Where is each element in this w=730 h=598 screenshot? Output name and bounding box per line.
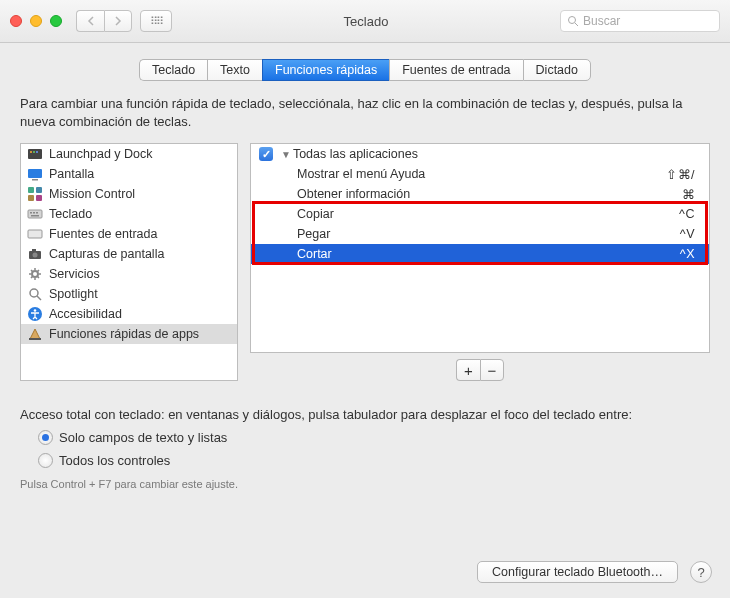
disclosure-triangle-icon[interactable]: ▼	[281, 149, 291, 160]
tab-dictado[interactable]: Dictado	[523, 59, 591, 81]
svg-rect-9	[36, 187, 42, 193]
svg-line-23	[37, 296, 41, 300]
shortcut-row[interactable]: Pegar^V	[251, 224, 709, 244]
shortcut-name: Obtener información	[281, 187, 682, 201]
svg-point-21	[32, 271, 38, 277]
gear-icon	[27, 266, 43, 282]
configure-bluetooth-keyboard-button[interactable]: Configurar teclado Bluetooth…	[477, 561, 678, 583]
help-button[interactable]: ?	[690, 561, 712, 583]
show-all-prefs-button[interactable]: ⠿⠿	[140, 10, 172, 32]
svg-rect-17	[28, 230, 42, 238]
instructions-text: Para cambiar una función rápida de tecla…	[20, 95, 710, 131]
shortcut-row[interactable]: Mostrar el menú Ayuda⇧⌘/	[251, 164, 709, 184]
shortcut-keys[interactable]: ^C	[679, 207, 699, 221]
tab-teclado[interactable]: Teclado	[139, 59, 207, 81]
sidebar-item-appshortcut[interactable]: Funciones rápidas de apps	[21, 324, 237, 344]
sidebar-item-label: Capturas de pantalla	[49, 247, 164, 261]
tab-funciones-rápidas[interactable]: Funciones rápidas	[262, 59, 389, 81]
svg-rect-16	[31, 215, 39, 217]
sidebar-item-keyboard[interactable]: Teclado	[21, 204, 237, 224]
input-icon	[27, 226, 43, 242]
minimize-window-button[interactable]	[30, 15, 42, 27]
svg-rect-8	[28, 187, 34, 193]
svg-rect-14	[33, 212, 35, 214]
back-button[interactable]	[76, 10, 104, 32]
forward-button[interactable]	[104, 10, 132, 32]
shortcut-keys[interactable]: ^X	[680, 247, 699, 261]
full-access-label: Acceso total con teclado: en ventanas y …	[20, 407, 710, 422]
shortcut-name: Cortar	[281, 247, 680, 261]
shortcut-name: Pegar	[281, 227, 680, 241]
shortcut-row[interactable]: Cortar^X	[251, 244, 709, 264]
sidebar-item-label: Mission Control	[49, 187, 135, 201]
svg-rect-6	[28, 169, 42, 178]
radio-label: Todos los controles	[59, 453, 170, 468]
search-field[interactable]: Buscar	[560, 10, 720, 32]
spotlight-icon	[27, 286, 43, 302]
svg-point-0	[569, 17, 576, 24]
svg-rect-12	[28, 210, 42, 218]
shortcut-keys[interactable]: ^V	[680, 227, 699, 241]
shortcuts-list[interactable]: ▼Todas las aplicacionesMostrar el menú A…	[250, 143, 710, 353]
shortcut-row[interactable]: Copiar^C	[251, 204, 709, 224]
add-remove-row: + −	[250, 359, 710, 381]
accessibility-icon	[27, 306, 43, 322]
close-window-button[interactable]	[10, 15, 22, 27]
sidebar-item-label: Launchpad y Dock	[49, 147, 153, 161]
sidebar-item-gear[interactable]: Servicios	[21, 264, 237, 284]
pref-pane: TecladoTextoFunciones rápidasFuentes de …	[0, 43, 730, 598]
svg-point-4	[33, 151, 35, 153]
shortcut-name: Mostrar el menú Ayuda	[281, 167, 666, 181]
control-f7-hint: Pulsa Control + F7 para cambiar este aju…	[20, 478, 710, 490]
svg-point-22	[30, 289, 38, 297]
window-title: Teclado	[180, 14, 552, 29]
sidebar-item-label: Fuentes de entrada	[49, 227, 157, 241]
sidebar-item-accessibility[interactable]: Accesibilidad	[21, 304, 237, 324]
group-checkbox[interactable]	[251, 147, 281, 161]
sidebar-item-input[interactable]: Fuentes de entrada	[21, 224, 237, 244]
sidebar-item-camera[interactable]: Capturas de pantalla	[21, 244, 237, 264]
shortcut-name: Copiar	[281, 207, 679, 221]
svg-rect-10	[28, 195, 34, 201]
sidebar-item-display[interactable]: Pantalla	[21, 164, 237, 184]
radio-button[interactable]	[38, 453, 53, 468]
svg-rect-26	[29, 338, 41, 340]
svg-point-5	[36, 151, 38, 153]
svg-line-1	[575, 23, 578, 26]
zoom-window-button[interactable]	[50, 15, 62, 27]
add-button[interactable]: +	[456, 359, 480, 381]
svg-point-3	[30, 151, 32, 153]
mission-icon	[27, 186, 43, 202]
shortcut-row[interactable]: Obtener información⌘	[251, 184, 709, 204]
sidebar-item-label: Servicios	[49, 267, 100, 281]
sidebar-item-launchpad[interactable]: Launchpad y Dock	[21, 144, 237, 164]
sidebar-item-label: Teclado	[49, 207, 92, 221]
remove-button[interactable]: −	[480, 359, 504, 381]
tab-texto[interactable]: Texto	[207, 59, 262, 81]
shortcut-keys[interactable]: ⇧⌘/	[666, 167, 699, 182]
svg-point-25	[34, 310, 37, 313]
svg-rect-20	[32, 249, 36, 251]
search-icon	[567, 15, 579, 27]
tab-fuentes-de-entrada[interactable]: Fuentes de entrada	[389, 59, 522, 81]
radio-button[interactable]	[38, 430, 53, 445]
svg-rect-15	[36, 212, 38, 214]
chevron-right-icon	[114, 16, 122, 26]
radio-label: Solo campos de texto y listas	[59, 430, 227, 445]
camera-icon	[27, 246, 43, 262]
shortcuts-group-header[interactable]: ▼Todas las aplicaciones	[251, 144, 709, 164]
shortcut-keys[interactable]: ⌘	[682, 187, 700, 202]
search-placeholder: Buscar	[583, 14, 620, 28]
tab-row: TecladoTextoFunciones rápidasFuentes de …	[20, 59, 710, 81]
category-sidebar[interactable]: Launchpad y DockPantallaMission ControlT…	[20, 143, 238, 381]
svg-rect-13	[30, 212, 32, 214]
sidebar-item-spotlight[interactable]: Spotlight	[21, 284, 237, 304]
access-radio-option[interactable]: Todos los controles	[38, 453, 710, 468]
sidebar-item-mission[interactable]: Mission Control	[21, 184, 237, 204]
svg-point-19	[33, 253, 38, 258]
access-radio-option[interactable]: Solo campos de texto y listas	[38, 430, 710, 445]
display-icon	[27, 166, 43, 182]
nav-buttons	[76, 10, 132, 32]
footer-bar: Configurar teclado Bluetooth… ?	[0, 546, 730, 598]
sidebar-item-label: Funciones rápidas de apps	[49, 327, 199, 341]
